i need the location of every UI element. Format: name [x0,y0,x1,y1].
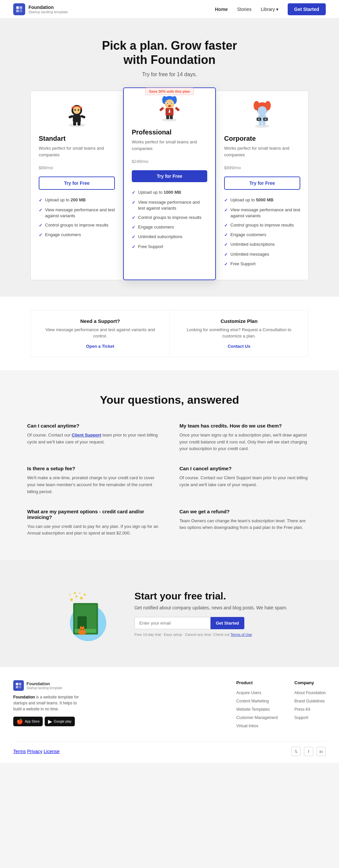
faq-item-4: Can I cancel anytime? Of course. Contact… [179,466,312,495]
corp-cta-button[interactable]: Try for Free [224,177,300,190]
faq-a-1: Of course. Contact our Client Support te… [27,432,160,446]
client-support-link[interactable]: Client Support [71,433,101,437]
svg-point-4 [68,123,85,127]
nav-cta-button[interactable]: Get Started [288,3,326,15]
faq-q-2: My team has credits. How do we use them? [179,423,312,429]
apple-icon: 🍎 [17,718,23,724]
pricing-subtitle: Try for free for 14 days. [13,71,326,78]
plan-desc-corp: Works perfect for small teams and compan… [224,145,300,158]
footer-link-virtual[interactable]: Virtual Inbox [236,723,258,728]
footer-link-press[interactable]: Press Kit [294,707,310,712]
footer-link-acquire[interactable]: Acquire Users [236,690,261,695]
plan-name-standart: Standart [39,135,115,143]
footer-brand-desc: Foundation is a website template for sta… [13,694,80,712]
pro-features: ✓Upload up to 1000 MB ✓View message perf… [132,189,207,250]
svg-rect-48 [263,122,266,125]
svg-rect-13 [68,115,73,119]
feature-item: ✓Engage customers [224,232,300,238]
footer-col-product: Product Acquire Users Content Marketing … [236,680,278,731]
footer-link-content[interactable]: Content Marketing [236,699,269,704]
support-link-1[interactable]: Open a Ticket [86,344,114,349]
footer-social: 𝕏 f in [291,747,326,756]
footer-link-customer[interactable]: Customer Management [236,715,278,720]
footer-link-website[interactable]: Website Templates [236,707,270,712]
footer-bottom-links: Terms Privacy License [13,749,60,754]
footer-top: Foundation Startup landing template Foun… [13,680,326,731]
corp-illustration [224,100,300,130]
svg-rect-12 [78,121,81,125]
footer-columns: Product Acquire Users Content Marketing … [99,680,326,731]
plan-name-corp: Corporate [224,135,300,143]
feature-item: ✓Upload up to 5000 MB [224,197,300,203]
nav-link-stories[interactable]: Stories [237,7,252,12]
footer: Foundation Startup landing template Foun… [0,667,339,763]
faq-q-4: Can I cancel anytime? [179,466,312,471]
feature-item: ✓Engage customers [39,232,115,238]
standart-features: ✓Upload up to 200 MB ✓View message perfo… [39,197,115,238]
footer-link-support[interactable]: Support [294,715,308,720]
svg-rect-28 [175,107,180,112]
feature-item: ✓View message performance and test again… [39,207,115,219]
svg-rect-1 [20,6,22,9]
svg-point-67 [82,630,83,631]
svg-point-31 [255,125,270,128]
svg-rect-0 [16,6,19,9]
svg-point-56 [84,594,86,596]
standart-cta-button[interactable]: Try for Free [39,177,115,190]
svg-point-22 [167,103,168,104]
feature-item: ✓Free Support [224,261,300,267]
linkedin-icon[interactable]: in [316,747,326,756]
feature-item: ✓Control groups to improve results [39,222,115,228]
nav-logo[interactable]: Foundation Startup landing template [13,3,68,15]
cta-get-started-button[interactable]: Get Started [211,617,244,629]
feature-item: ✓Upload up to 200 MB [39,197,115,203]
support-link-2[interactable]: Contact Us [228,344,251,349]
standart-illustration [39,100,115,130]
svg-rect-27 [159,107,164,112]
faq-item-3: Is there a setup fee? We'll make a one-t… [27,466,160,495]
svg-point-24 [168,105,171,107]
faq-q-6: Can we get a refund? [179,509,312,514]
faq-section: Your questions, answered Can I cancel an… [0,370,339,560]
google-play-badge[interactable]: ▶ Google play [45,717,74,726]
faq-a-6: Team Owners can change the team's subscr… [179,518,312,531]
cta-illustration [52,580,118,647]
svg-point-7 [73,106,81,114]
plan-card-standart: Standart Works perfect for small teams a… [30,91,123,280]
email-input[interactable] [134,617,211,629]
pro-cta-button[interactable]: Try for Free [132,170,207,182]
support-title-1: Need a Support? [41,318,159,324]
list-item: Acquire Users [236,690,278,695]
list-item: Support [294,715,326,720]
faq-a-5: You can use your credit card to pay for … [27,523,160,537]
app-store-badge[interactable]: 🍎 App Store [13,717,43,726]
navbar: Foundation Startup landing template Home… [0,0,339,19]
faq-a-3: We'll make a one-time, prorated charge t… [27,474,160,495]
svg-rect-69 [19,683,21,685]
footer-privacy-link[interactable]: Privacy [27,749,42,754]
pro-illustration [132,94,207,124]
list-item: Press Kit [294,706,326,712]
nav-link-home[interactable]: Home [215,7,228,12]
svg-point-39 [257,106,267,116]
footer-terms-link[interactable]: Terms [13,749,26,754]
footer-link-brand[interactable]: Brand Guidelines [294,699,325,704]
cta-fine-print: Free 14-day trial · Easy setup · Cancel … [134,632,287,637]
list-item: Content Marketing [236,698,278,704]
feature-item: ✓View message performance and test again… [224,207,300,219]
terms-link[interactable]: Terms of Use [230,632,252,637]
twitter-icon[interactable]: 𝕏 [291,747,301,756]
svg-rect-47 [259,122,262,125]
svg-point-52 [80,597,83,599]
svg-rect-71 [19,686,21,688]
facebook-icon[interactable]: f [304,747,313,756]
faq-item-2: My team has credits. How do we use them?… [179,423,312,453]
nav-link-library[interactable]: Library ▾ [261,7,278,12]
svg-point-53 [74,592,76,594]
footer-license-link[interactable]: License [44,749,60,754]
faq-a-4: Of course. Contact our Client Support te… [179,474,312,489]
svg-point-55 [69,594,70,595]
plan-price-corp: $899/mo [224,163,300,171]
footer-link-about[interactable]: About Foundation [294,690,326,695]
faq-item-5: What are my payment options - credit car… [27,509,160,537]
